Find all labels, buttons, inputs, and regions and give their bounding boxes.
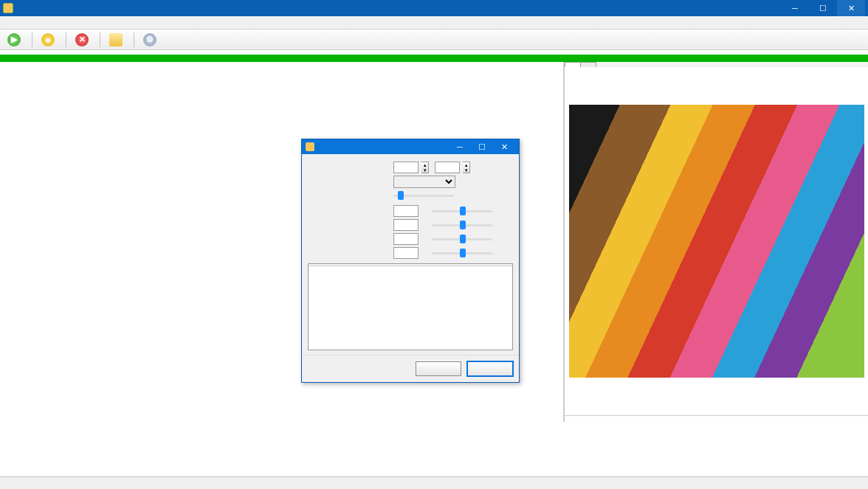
settings-button[interactable]: ⚙	[138, 31, 164, 49]
start-button[interactable]: ▶	[2, 31, 28, 49]
resample-height-input[interactable]	[435, 162, 460, 173]
dialog-minimize-button[interactable]: ─	[449, 142, 471, 151]
col-extension[interactable]	[309, 264, 360, 266]
right-panel	[564, 62, 868, 422]
gear-icon: ⚙	[143, 33, 156, 46]
dialog-maximize-button[interactable]: ☐	[471, 142, 493, 152]
menubar	[0, 16, 868, 30]
blue-slider[interactable]	[432, 248, 492, 258]
ok-button[interactable]	[416, 361, 461, 376]
red-input[interactable]	[393, 219, 418, 231]
resampler-select[interactable]	[393, 176, 455, 188]
col-description[interactable]	[360, 264, 512, 266]
maximize-button[interactable]: ☐	[809, 0, 837, 16]
delete-button[interactable]: ✕	[70, 31, 96, 49]
preview-tabs	[565, 62, 868, 67]
play-icon: ▶	[7, 33, 21, 46]
menu-options[interactable]	[15, 21, 27, 24]
folder-icon	[109, 33, 123, 46]
settings-dialog: ─ ☐ ✕ ▴▾ ▴▾	[301, 139, 520, 383]
picture-info	[565, 415, 868, 422]
cancel-button[interactable]	[467, 361, 513, 376]
titlebar: ─ ☐ ✕	[0, 0, 868, 16]
alpha-input[interactable]	[393, 205, 418, 217]
progress-bar	[0, 55, 868, 62]
dialog-close-button[interactable]: ✕	[493, 142, 515, 152]
dialog-titlebar[interactable]: ─ ☐ ✕	[302, 139, 519, 154]
separator	[66, 32, 66, 47]
separator	[134, 32, 134, 47]
open-folder-button[interactable]	[104, 31, 130, 49]
tab-preview[interactable]	[565, 62, 581, 67]
resample-width-input[interactable]	[393, 162, 418, 173]
red-slider[interactable]	[432, 220, 492, 230]
app-icon	[3, 3, 13, 13]
green-input[interactable]	[393, 233, 418, 245]
tab-exif[interactable]	[580, 62, 596, 67]
delete-icon: ✕	[75, 33, 89, 46]
menu-help[interactable]	[27, 21, 38, 24]
alpha-slider[interactable]	[432, 206, 492, 216]
stop-button[interactable]: ■	[36, 31, 62, 49]
close-button[interactable]: ✕	[837, 0, 865, 16]
menu-file[interactable]	[3, 21, 15, 24]
spinner-icon[interactable]: ▴▾	[421, 162, 429, 173]
blue-input[interactable]	[393, 247, 418, 259]
dialog-icon	[306, 142, 314, 151]
minimize-button[interactable]: ─	[781, 0, 809, 16]
stop-icon: ■	[41, 33, 55, 46]
filetypes-table[interactable]	[308, 263, 513, 350]
green-slider[interactable]	[432, 234, 492, 244]
preview-image	[569, 105, 864, 378]
preview-area	[565, 67, 868, 415]
spinner-icon[interactable]: ▴▾	[463, 162, 470, 173]
statusbar	[0, 476, 868, 489]
allowed-diff-slider[interactable]	[393, 190, 454, 201]
toolbar: ▶ ■ ✕ ⚙	[0, 30, 868, 50]
separator	[100, 32, 100, 47]
separator	[32, 32, 32, 47]
